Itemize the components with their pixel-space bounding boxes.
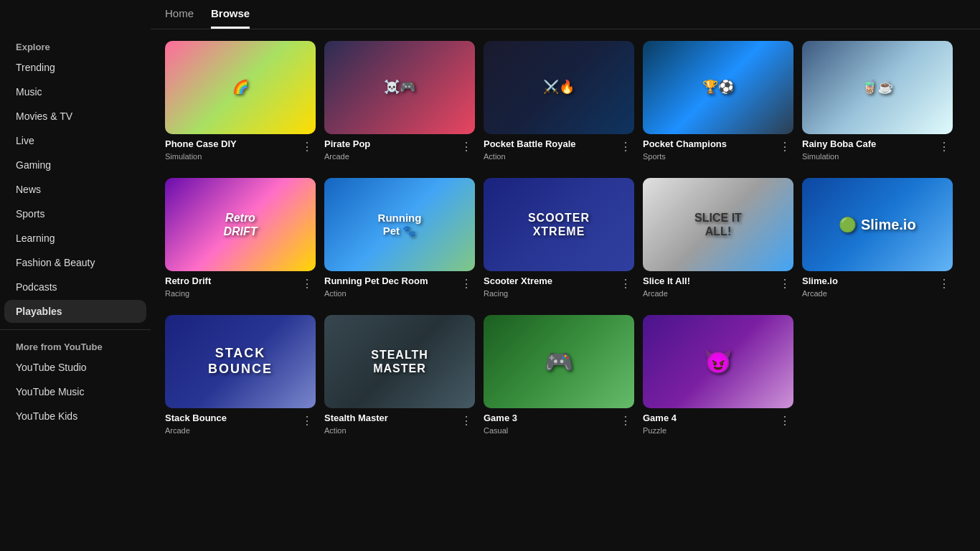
game-genre: Simulation — [165, 152, 237, 161]
game-more-button[interactable]: ⋮ — [298, 138, 316, 155]
game-more-button[interactable]: ⋮ — [936, 138, 953, 155]
game-thumbnail: SCOOTERXTREME — [484, 178, 634, 271]
game-thumbnail: RunningPet 🐾 — [324, 178, 475, 271]
game-text: Stack Bounce Arcade — [165, 413, 227, 435]
sidebar-item-learning[interactable]: Learning — [4, 227, 146, 250]
game-more-button[interactable]: ⋮ — [776, 413, 793, 429]
sidebar-item-music[interactable]: Music — [4, 80, 146, 103]
game-info: Phone Case DIY Simulation ⋮ — [165, 138, 316, 161]
sidebar-item-fashion-beauty[interactable]: Fashion & Beauty — [4, 251, 146, 274]
game-card-slime-io[interactable]: 🟢 Slime.io Slime.io Arcade ⋮ — [802, 178, 953, 298]
game-genre: Puzzle — [643, 426, 677, 435]
sidebar-item-label: Learning — [16, 232, 55, 244]
game-genre: Arcade — [643, 289, 690, 298]
sidebar-item-label: Trending — [16, 62, 55, 73]
sidebar-item-gaming[interactable]: Gaming — [4, 154, 146, 176]
thumb-visual: SLICE ITALL! — [689, 205, 748, 244]
game-info: Game 4 Puzzle ⋮ — [643, 413, 793, 435]
game-text: Scooter Xtreme Racing — [484, 276, 552, 298]
game-thumbnail: 🎮 — [484, 315, 634, 408]
tab-browse[interactable]: Browse — [211, 7, 250, 29]
game-card-stealth-master[interactable]: STEALTHMASTER Stealth Master Action ⋮ — [324, 315, 475, 435]
sidebar-item-live[interactable]: Live — [4, 129, 146, 152]
sidebar-item-movies-tv[interactable]: Movies & TV — [4, 105, 146, 128]
game-title: Rainy Boba Cafe — [802, 138, 876, 151]
game-more-button[interactable]: ⋮ — [458, 413, 475, 429]
sidebar-item-podcasts[interactable]: Podcasts — [4, 276, 146, 298]
tabs-bar: Home Browse — [151, 0, 980, 29]
game-info: Pocket Battle Royale Action ⋮ — [484, 138, 634, 161]
game-more-button[interactable]: ⋮ — [936, 276, 953, 292]
game-info: Pocket Champions Sports ⋮ — [643, 138, 793, 161]
game-text: Stealth Master Action — [324, 413, 388, 435]
game-genre: Arcade — [165, 426, 227, 435]
game-card-pocket-battle-royale[interactable]: ⚔️🔥 Pocket Battle Royale Action ⋮ — [484, 41, 634, 161]
game-text: Slime.io Arcade — [802, 276, 838, 298]
thumb-visual: 🏆⚽ — [697, 74, 740, 101]
sidebar-item-label: Movies & TV — [16, 110, 72, 122]
sidebar-item-label: Podcasts — [16, 281, 57, 293]
game-more-button[interactable]: ⋮ — [298, 276, 316, 292]
game-text: Retro Drift Racing — [165, 276, 211, 298]
sidebar-item-news[interactable]: News — [4, 178, 146, 201]
game-card-phone-case-diy[interactable]: 🌈 Phone Case DIY Simulation ⋮ — [165, 41, 316, 161]
game-more-button[interactable]: ⋮ — [776, 276, 793, 292]
game-genre: Racing — [484, 289, 552, 298]
game-more-button[interactable]: ⋮ — [298, 413, 316, 429]
game-more-button[interactable]: ⋮ — [617, 138, 634, 155]
thumb-visual: 🟢 Slime.io — [833, 210, 921, 239]
game-more-button[interactable]: ⋮ — [617, 276, 634, 292]
tab-home[interactable]: Home — [165, 7, 194, 29]
sidebar-item-trending[interactable]: Trending — [4, 56, 146, 79]
game-card-pocket-champions[interactable]: 🏆⚽ Pocket Champions Sports ⋮ — [643, 41, 793, 161]
game-genre: Arcade — [324, 152, 370, 161]
game-genre: Action — [324, 426, 388, 435]
game-title: Slice It All! — [643, 276, 690, 288]
game-more-button[interactable]: ⋮ — [458, 276, 475, 292]
thumb-visual: ☠️🎮 — [378, 74, 421, 101]
game-text: Pocket Battle Royale Action — [484, 138, 576, 161]
thumb-visual: 🎮 — [539, 342, 579, 381]
game-more-button[interactable]: ⋮ — [458, 138, 475, 155]
game-text: Game 4 Puzzle — [643, 413, 677, 435]
game-card-rainy-boba-cafe[interactable]: 🧋☕ Rainy Boba Cafe Simulation ⋮ — [802, 41, 953, 161]
game-card-g3[interactable]: 🎮 Game 3 Casual ⋮ — [484, 315, 634, 435]
game-info: Game 3 Casual ⋮ — [484, 413, 634, 435]
game-card-scooter-xtreme[interactable]: SCOOTERXTREME Scooter Xtreme Racing ⋮ — [484, 178, 634, 298]
sidebar-item-youtube-music[interactable]: YouTube Music — [4, 380, 146, 403]
game-card-g4[interactable]: 😈 Game 4 Puzzle ⋮ — [643, 315, 793, 435]
sidebar-item-playables[interactable]: Playables — [4, 300, 146, 323]
sidebar-item-label: YouTube Studio — [16, 362, 87, 373]
game-info: Scooter Xtreme Racing ⋮ — [484, 276, 634, 298]
game-genre: Action — [484, 152, 576, 161]
more-from-youtube-label: More from YouTube — [0, 336, 151, 355]
game-info: Stack Bounce Arcade ⋮ — [165, 413, 316, 435]
sidebar-item-youtube-studio[interactable]: YouTube Studio — [4, 356, 146, 379]
thumb-visual: 😈 — [698, 342, 738, 381]
main-content: Home Browse 🌈 Phone Case DIY Simulation … — [151, 0, 980, 551]
game-more-button[interactable]: ⋮ — [617, 413, 634, 429]
thumb-visual: RetroDRIFT — [217, 205, 263, 244]
game-row-2: RetroDRIFT Retro Drift Racing ⋮ RunningP… — [165, 178, 966, 298]
game-card-running-pet[interactable]: RunningPet 🐾 Running Pet Dec Room Action… — [324, 178, 475, 298]
game-thumbnail: SLICE ITALL! — [643, 178, 793, 271]
sidebar-item-label: YouTube Kids — [16, 410, 77, 422]
game-card-retro-drift[interactable]: RetroDRIFT Retro Drift Racing ⋮ — [165, 178, 316, 298]
game-card-pirate-pop[interactable]: ☠️🎮 Pirate Pop Arcade ⋮ — [324, 41, 475, 161]
game-genre: Casual — [484, 426, 517, 435]
sidebar-item-youtube-kids[interactable]: YouTube Kids — [4, 405, 146, 428]
game-genre: Sports — [643, 152, 727, 161]
game-card-stack-bounce[interactable]: STACKBOUNCE Stack Bounce Arcade ⋮ — [165, 315, 316, 435]
sidebar: Explore Trending Music Movies & TV Live … — [0, 0, 151, 551]
game-genre: Simulation — [802, 152, 876, 161]
game-more-button[interactable]: ⋮ — [776, 138, 793, 155]
sidebar-item-sports[interactable]: Sports — [4, 202, 146, 225]
sidebar-item-label: Gaming — [16, 159, 51, 171]
game-card-slice-it-all[interactable]: SLICE ITALL! Slice It All! Arcade ⋮ — [643, 178, 793, 298]
game-info: Pirate Pop Arcade ⋮ — [324, 138, 475, 161]
game-title: Pocket Champions — [643, 138, 727, 151]
game-info: Slime.io Arcade ⋮ — [802, 276, 953, 298]
game-grid: 🌈 Phone Case DIY Simulation ⋮ ☠️🎮 Pirate — [151, 29, 980, 551]
game-info: Retro Drift Racing ⋮ — [165, 276, 316, 298]
game-text: Slice It All! Arcade — [643, 276, 690, 298]
